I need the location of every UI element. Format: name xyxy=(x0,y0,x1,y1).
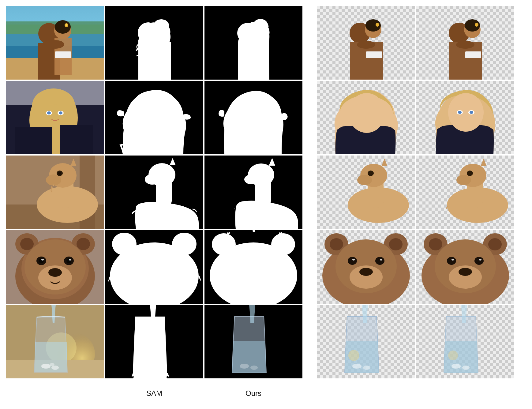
svg-point-131 xyxy=(474,257,484,265)
r3-fg-ours xyxy=(416,156,514,229)
svg-point-126 xyxy=(488,238,502,250)
r4-rgb xyxy=(6,230,104,304)
svg-point-139 xyxy=(51,366,59,370)
spacer-r4 xyxy=(304,230,316,304)
svg-point-146 xyxy=(363,366,370,370)
r4-sam xyxy=(105,230,203,304)
spacer-r5 xyxy=(304,305,316,378)
col-spacer xyxy=(304,385,316,402)
column-labels: SAM Ours xyxy=(0,385,532,408)
svg-point-113 xyxy=(330,238,343,250)
r5-fg-sam xyxy=(317,305,415,378)
svg-point-12 xyxy=(55,20,71,34)
svg-point-65 xyxy=(46,174,61,186)
svg-point-117 xyxy=(359,268,373,276)
svg-point-85 xyxy=(467,171,473,176)
spacer-r2 xyxy=(304,81,316,154)
r3-sam xyxy=(105,156,203,229)
svg-point-100 xyxy=(41,259,44,261)
col5-label xyxy=(416,385,514,402)
svg-point-92 xyxy=(77,238,90,250)
svg-point-130 xyxy=(447,257,456,265)
svg-point-145 xyxy=(352,364,362,369)
svg-point-121 xyxy=(380,259,382,261)
r4-ours xyxy=(204,230,302,304)
col4-label xyxy=(317,385,415,402)
svg-point-84 xyxy=(456,175,471,185)
r2-fg-sam xyxy=(317,81,415,154)
spacer-r3 xyxy=(304,156,316,229)
svg-point-147 xyxy=(348,350,359,361)
svg-point-150 xyxy=(448,351,458,360)
svg-point-149 xyxy=(462,366,470,370)
svg-point-108 xyxy=(212,233,236,255)
svg-point-144 xyxy=(250,366,258,370)
r2-fg-ours xyxy=(416,81,514,154)
svg-point-50 xyxy=(59,111,62,114)
svg-point-71 xyxy=(145,174,159,185)
svg-rect-46 xyxy=(60,125,93,154)
r1-sam xyxy=(105,6,203,80)
svg-point-114 xyxy=(389,238,403,250)
svg-point-125 xyxy=(429,238,442,250)
r3-fg-sam xyxy=(317,156,415,229)
svg-point-67 xyxy=(58,172,61,175)
svg-point-109 xyxy=(271,233,295,255)
svg-point-36 xyxy=(456,41,474,49)
svg-point-118 xyxy=(348,257,357,265)
svg-point-95 xyxy=(48,268,62,277)
svg-point-143 xyxy=(240,364,249,369)
comparison-grid xyxy=(0,0,532,385)
r1-ours xyxy=(204,6,302,80)
r2-rgb xyxy=(6,81,104,154)
svg-point-58 xyxy=(470,111,473,114)
svg-point-119 xyxy=(375,257,384,265)
r1-fg-sam xyxy=(317,6,415,80)
r4-fg-ours xyxy=(416,230,514,304)
svg-rect-37 xyxy=(465,51,481,58)
r2-ours xyxy=(204,81,302,154)
svg-rect-30 xyxy=(366,51,382,58)
svg-point-140 xyxy=(50,363,54,366)
svg-rect-11 xyxy=(55,51,71,58)
svg-point-57 xyxy=(458,111,462,114)
r2-sam xyxy=(105,81,203,154)
svg-point-80 xyxy=(368,171,374,176)
svg-rect-45 xyxy=(15,127,52,154)
svg-point-32 xyxy=(376,23,379,27)
spacer-r1 xyxy=(304,6,316,80)
svg-point-132 xyxy=(451,259,454,261)
r1-fg-ours xyxy=(416,6,514,80)
svg-point-120 xyxy=(352,259,355,261)
r5-sam xyxy=(105,305,203,378)
r1-rgb xyxy=(6,6,104,80)
col1-label xyxy=(6,385,104,402)
svg-point-133 xyxy=(479,259,481,261)
r3-rgb xyxy=(6,156,104,229)
svg-point-129 xyxy=(459,268,472,276)
svg-point-10 xyxy=(46,40,64,49)
svg-point-90 xyxy=(20,238,34,250)
svg-point-49 xyxy=(47,111,51,114)
r3-ours xyxy=(204,156,302,229)
svg-point-101 xyxy=(69,259,71,261)
r5-rgb xyxy=(6,305,104,378)
svg-point-138 xyxy=(41,364,51,369)
svg-point-148 xyxy=(451,364,461,369)
r5-ours xyxy=(204,305,302,378)
svg-point-14 xyxy=(66,24,67,26)
svg-point-79 xyxy=(357,175,372,185)
col2-label: SAM xyxy=(105,385,203,402)
r5-fg-ours xyxy=(416,305,514,378)
col3-label: Ours xyxy=(204,385,302,402)
svg-point-53 xyxy=(348,93,385,133)
svg-point-75 xyxy=(244,174,258,184)
r4-fg-sam xyxy=(317,230,415,304)
svg-point-29 xyxy=(357,41,375,49)
svg-point-54 xyxy=(448,93,484,132)
svg-point-39 xyxy=(475,23,478,27)
svg-rect-18 xyxy=(138,42,171,80)
